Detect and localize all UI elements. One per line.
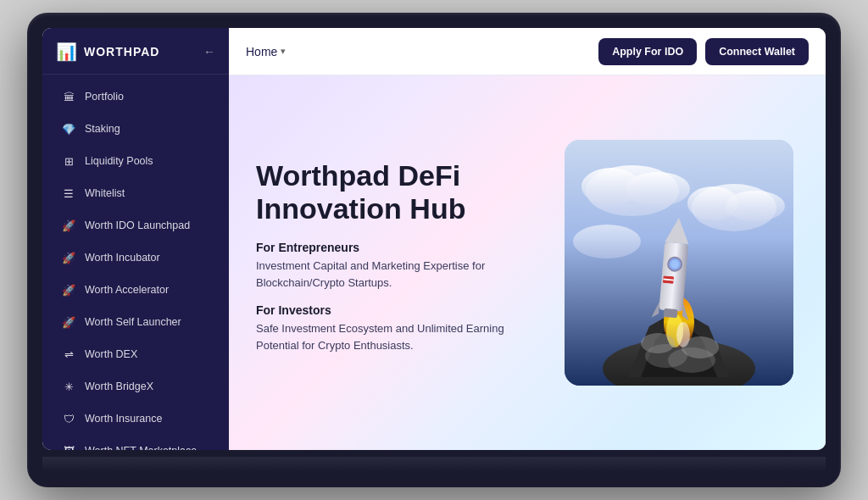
- sidebar-item-accelerator[interactable]: 🚀 Worth Accelerator: [47, 275, 224, 305]
- sidebar-item-whitelist-label: Whitelist: [85, 187, 125, 199]
- sidebar-item-insurance[interactable]: 🛡 Worth Insurance: [47, 403, 224, 434]
- apply-for-ido-button[interactable]: Apply For IDO: [598, 38, 697, 65]
- logo-icon: 📊: [56, 42, 77, 62]
- sidebar-item-portfolio[interactable]: 🏛 Portfolio: [47, 81, 224, 112]
- rocket-illustration: [565, 140, 793, 386]
- portfolio-icon: 🏛: [61, 89, 76, 104]
- breadcrumb-arrow-icon: ▾: [281, 46, 286, 57]
- self-launcher-icon: 🚀: [61, 314, 76, 330]
- sidebar-collapse-button[interactable]: ←: [203, 45, 215, 58]
- sidebar-header: 📊 WORTHPAD ←: [42, 28, 229, 75]
- nft-marketplace-icon: 🖼: [61, 443, 76, 450]
- sidebar-item-staking[interactable]: 💎 Staking: [47, 114, 224, 144]
- sidebar-item-accelerator-label: Worth Accelerator: [85, 284, 169, 296]
- insurance-icon: 🛡: [61, 411, 76, 426]
- topbar: Home ▾ Apply For IDO Connect Wallet: [229, 28, 826, 75]
- svg-point-6: [726, 191, 785, 221]
- dex-icon: ⇌: [61, 347, 76, 362]
- screen: 📊 WORTHPAD ← 🏛 Portfolio 💎 Staking ⊞: [42, 28, 826, 450]
- sidebar-item-dex-label: Worth DEX: [85, 348, 137, 360]
- svg-point-17: [668, 347, 715, 373]
- hero-entrepreneurs-label: For Entrepreneurs: [256, 241, 544, 254]
- sidebar-item-self-launcher-label: Worth Self Launcher: [85, 316, 181, 328]
- incubator-icon: 🚀: [61, 250, 76, 265]
- sidebar-item-staking-label: Staking: [85, 123, 120, 135]
- sidebar-item-nft-marketplace[interactable]: 🖼 Worth NFT Marketplace: [47, 436, 224, 450]
- sidebar-item-ido-launchpad[interactable]: 🚀 Worth IDO Launchpad: [47, 210, 224, 241]
- sidebar-item-ido-launchpad-label: Worth IDO Launchpad: [85, 219, 190, 231]
- hero-title: Worthpad DeFi Innovation Hub: [256, 159, 544, 225]
- svg-point-3: [626, 172, 690, 206]
- liquidity-icon: ⊞: [61, 153, 76, 169]
- app-container: 📊 WORTHPAD ← 🏛 Portfolio 💎 Staking ⊞: [42, 28, 826, 450]
- sidebar-item-dex[interactable]: ⇌ Worth DEX: [47, 339, 224, 369]
- breadcrumb: Home ▾: [246, 45, 286, 58]
- hero-entrepreneurs-desc: Investment Capital and Marketing Experti…: [256, 258, 544, 292]
- sidebar-item-whitelist[interactable]: ☰ Whitelist: [47, 178, 224, 208]
- sidebar-nav: 🏛 Portfolio 💎 Staking ⊞ Liquidity Pools …: [42, 75, 229, 450]
- sidebar-item-bridgex-label: Worth BridgeX: [85, 381, 153, 392]
- svg-point-7: [573, 225, 641, 258]
- logo-text: WORTHPAD: [84, 45, 159, 58]
- sidebar-item-incubator[interactable]: 🚀 Worth Incubator: [47, 242, 224, 273]
- connect-wallet-button[interactable]: Connect Wallet: [705, 38, 809, 65]
- sidebar-item-self-launcher[interactable]: 🚀 Worth Self Launcher: [47, 307, 224, 337]
- hero-investors-desc: Safe Investment Ecosystem and Unlimited …: [256, 320, 544, 354]
- hero-text: Worthpad DeFi Innovation Hub For Entrepr…: [256, 159, 544, 367]
- sidebar-item-incubator-label: Worth Incubator: [85, 252, 160, 264]
- laptop-shell: 📊 WORTHPAD ← 🏛 Portfolio 💎 Staking ⊞: [27, 13, 841, 487]
- svg-rect-24: [664, 308, 678, 318]
- sidebar-item-liquidity-label: Liquidity Pools: [85, 155, 153, 167]
- sidebar-item-bridgex[interactable]: ✳ Worth BridgeX: [47, 371, 224, 402]
- hero-investors-label: For Investors: [256, 303, 544, 317]
- staking-icon: 💎: [61, 121, 76, 136]
- hero-image: [565, 140, 793, 386]
- sidebar: 📊 WORTHPAD ← 🏛 Portfolio 💎 Staking ⊞: [42, 28, 229, 450]
- sidebar-item-nft-marketplace-label: Worth NFT Marketplace: [85, 445, 197, 450]
- sidebar-item-insurance-label: Worth Insurance: [85, 413, 162, 425]
- accelerator-icon: 🚀: [61, 282, 76, 297]
- topbar-actions: Apply For IDO Connect Wallet: [598, 38, 809, 65]
- bridgex-icon: ✳: [61, 379, 76, 394]
- hero-section: Worthpad DeFi Innovation Hub For Entrepr…: [229, 75, 826, 450]
- sidebar-item-portfolio-label: Portfolio: [85, 91, 124, 103]
- sidebar-item-liquidity[interactable]: ⊞ Liquidity Pools: [47, 146, 224, 176]
- whitelist-icon: ☰: [61, 186, 76, 201]
- ido-launchpad-icon: 🚀: [61, 218, 76, 233]
- breadcrumb-home: Home: [246, 45, 277, 58]
- main-content: Home ▾ Apply For IDO Connect Wallet Wort…: [229, 28, 826, 450]
